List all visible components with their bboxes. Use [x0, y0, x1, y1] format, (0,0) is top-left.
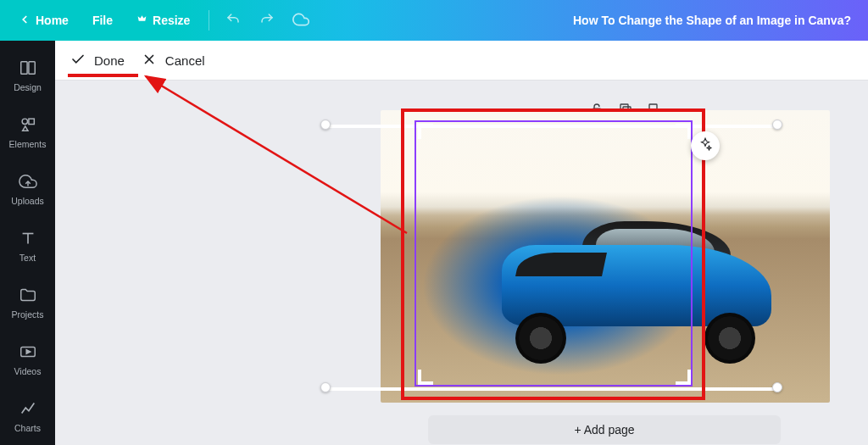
crown-icon: [136, 14, 147, 27]
uploads-icon: [18, 171, 38, 192]
sidebar-item-charts[interactable]: Charts: [0, 387, 55, 443]
file-button[interactable]: File: [82, 8, 123, 32]
topbar: Home File Resize How To Change: [0, 0, 868, 41]
crop-handle-tr[interactable]: [676, 124, 691, 139]
crop-handle-bl[interactable]: [418, 370, 433, 385]
redo-icon: [259, 12, 275, 30]
document-title[interactable]: How To Change the Shape of an Image in C…: [573, 14, 860, 27]
svg-rect-3: [28, 119, 33, 124]
sidebar-item-projects[interactable]: Projects: [0, 273, 55, 330]
crop-handle-tl[interactable]: [418, 124, 433, 139]
cloud-sync-button[interactable]: [286, 5, 316, 36]
check-icon: [70, 52, 86, 70]
sidebar-item-design[interactable]: Design: [0, 46, 55, 103]
cloud-icon: [292, 11, 309, 31]
resize-button[interactable]: Resize: [126, 8, 200, 32]
done-label: Done: [94, 53, 125, 68]
sidebar: Design Elements Uploads Text Projects Vi…: [0, 41, 55, 445]
chevron-left-icon: [19, 14, 31, 28]
sparkle-icon: [698, 136, 713, 155]
sidebar-item-label: Design: [14, 82, 42, 92]
folder-icon: [18, 285, 38, 305]
image-handle-br[interactable]: [772, 382, 782, 392]
sidebar-item-label: Videos: [14, 366, 42, 376]
elements-icon: [18, 114, 38, 135]
crop-handle-br[interactable]: [676, 370, 691, 385]
sidebar-item-label: Projects: [12, 309, 44, 320]
sidebar-item-uploads[interactable]: Uploads: [0, 159, 55, 216]
home-button[interactable]: Home: [8, 8, 79, 33]
done-crop-button[interactable]: Done: [67, 48, 128, 73]
add-page-label: + Add page: [574, 423, 634, 437]
undo-button[interactable]: [218, 5, 248, 36]
resize-label: Resize: [153, 14, 190, 27]
topbar-left: Home File Resize: [8, 5, 316, 36]
file-label: File: [92, 14, 113, 27]
sidebar-item-label: Text: [19, 253, 36, 263]
topbar-divider: [209, 10, 209, 31]
text-icon: [18, 228, 38, 248]
magic-edit-button[interactable]: [691, 131, 720, 160]
sidebar-item-label: Elements: [9, 139, 47, 149]
car-graphic: [502, 221, 771, 353]
undo-icon: [225, 12, 241, 30]
sidebar-item-elements[interactable]: Elements: [0, 103, 55, 159]
add-page-button[interactable]: + Add page: [428, 415, 781, 444]
design-icon: [18, 58, 38, 78]
canvas-stage: [381, 110, 830, 403]
image-handle-bl[interactable]: [320, 382, 331, 392]
svg-rect-0: [20, 62, 26, 75]
image-element[interactable]: [381, 110, 830, 403]
sidebar-item-videos[interactable]: Videos: [0, 330, 55, 387]
sidebar-item-text[interactable]: Text: [0, 216, 55, 273]
svg-rect-1: [28, 62, 34, 75]
sidebar-item-label: Uploads: [11, 196, 44, 206]
cancel-label: Cancel: [165, 53, 205, 68]
video-icon: [18, 342, 38, 362]
svg-point-2: [22, 119, 27, 124]
crop-actionbar: Done Cancel: [55, 41, 868, 81]
image-handle-tl[interactable]: [320, 120, 331, 130]
close-icon: [142, 52, 157, 70]
redo-button[interactable]: [252, 5, 282, 36]
home-label: Home: [36, 14, 69, 27]
cancel-crop-button[interactable]: Cancel: [138, 48, 209, 73]
sidebar-item-label: Charts: [14, 423, 41, 433]
canvas-area[interactable]: + Add page: [55, 81, 868, 445]
image-handle-tr[interactable]: [772, 120, 782, 130]
charts-icon: [18, 398, 38, 419]
